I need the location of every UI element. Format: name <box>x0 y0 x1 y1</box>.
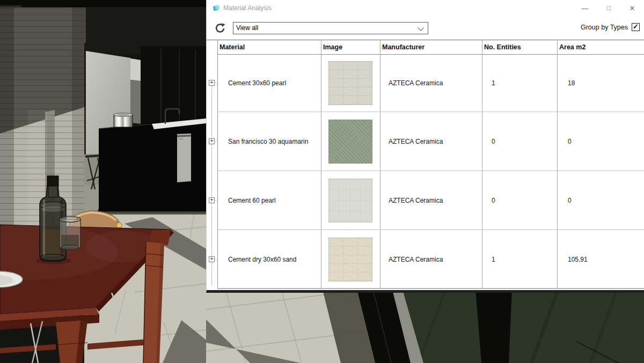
maximize-icon: □ <box>606 4 610 12</box>
table-row[interactable]: + Cement 30x60 pearl AZTECA Ceramica 1 1… <box>207 54 644 112</box>
cell-area: 105,91 <box>557 230 644 288</box>
cell-area: 0 <box>557 112 644 171</box>
material-swatch <box>328 238 372 281</box>
material-swatch <box>328 120 372 164</box>
app-icon <box>213 4 221 12</box>
cell-image <box>321 230 380 288</box>
grid-line <box>217 288 644 289</box>
drinking-glass <box>60 217 80 250</box>
cell-material: San francisco 30 aquamarin <box>217 112 321 171</box>
maximize-button[interactable]: □ <box>597 0 620 16</box>
cell-manufacturer: AZTECA Ceramica <box>380 171 482 230</box>
cell-entities: 1 <box>482 230 557 288</box>
titlebar[interactable]: Material Analysis — □ ✕ <box>207 0 644 16</box>
table-row[interactable]: + Cement dry 30x60 sand AZTECA Ceramica … <box>207 230 644 288</box>
window-controls: — □ ✕ <box>573 0 644 16</box>
cell-material: Cement 30x60 pearl <box>217 54 321 112</box>
cell-image <box>321 112 380 171</box>
close-button[interactable]: ✕ <box>620 0 644 16</box>
column-header-entities[interactable]: No. Entities <box>484 41 521 54</box>
column-header-area[interactable]: Area m2 <box>559 41 586 54</box>
column-header-material[interactable]: Material <box>219 41 245 54</box>
expand-button[interactable]: + <box>209 80 215 86</box>
group-by-types-checkbox[interactable]: ✓ <box>632 23 640 31</box>
group-by-types-label: Group by Types <box>581 24 628 31</box>
view-filter-value: View all <box>236 23 258 34</box>
cell-material: Cement dry 30x60 sand <box>217 230 321 288</box>
cell-entities: 0 <box>482 171 557 230</box>
table-row[interactable]: + San francisco 30 aquamarin AZTECA Cera… <box>207 112 644 171</box>
cell-entities: 1 <box>482 54 557 112</box>
group-by-types-control: Group by Types ✓ <box>581 23 640 31</box>
checkmark-icon: ✓ <box>633 24 639 29</box>
refresh-icon <box>214 23 226 34</box>
minimize-icon: — <box>582 4 589 12</box>
cell-image <box>321 171 380 230</box>
column-header-image[interactable]: Image <box>323 41 342 54</box>
cell-material: Cement 60 pearl <box>217 171 321 230</box>
cell-entities: 0 <box>482 112 557 171</box>
cell-manufacturer: AZTECA Ceramica <box>380 54 482 112</box>
material-analysis-window: Material Analysis — □ ✕ View all Group b… <box>206 0 644 293</box>
grid-line <box>207 40 644 40</box>
material-swatch <box>328 179 372 223</box>
cell-image <box>321 54 380 112</box>
expand-button[interactable]: + <box>209 256 215 262</box>
close-icon: ✕ <box>630 4 635 12</box>
cell-manufacturer: AZTECA Ceramica <box>380 112 482 171</box>
material-swatch <box>328 61 372 105</box>
view-filter-dropdown[interactable]: View all <box>233 22 428 34</box>
minimize-button[interactable]: — <box>573 0 597 16</box>
window-title: Material Analysis <box>223 0 272 16</box>
expand-button[interactable]: + <box>209 138 215 144</box>
table-row[interactable]: + Cement 60 pearl AZTECA Ceramica 0 0 <box>207 171 644 230</box>
row-separator <box>217 288 644 288</box>
expand-button[interactable]: + <box>209 197 215 203</box>
cell-area: 18 <box>557 54 644 112</box>
chevron-down-icon <box>418 25 423 31</box>
refresh-button[interactable] <box>214 23 227 35</box>
column-header-manufacturer[interactable]: Manufacturer <box>382 41 425 54</box>
floor-tiles <box>206 288 376 363</box>
dishwasher <box>177 134 191 182</box>
cell-manufacturer: AZTECA Ceramica <box>380 230 482 288</box>
metal-canister <box>114 113 133 127</box>
cell-area: 0 <box>557 171 644 230</box>
